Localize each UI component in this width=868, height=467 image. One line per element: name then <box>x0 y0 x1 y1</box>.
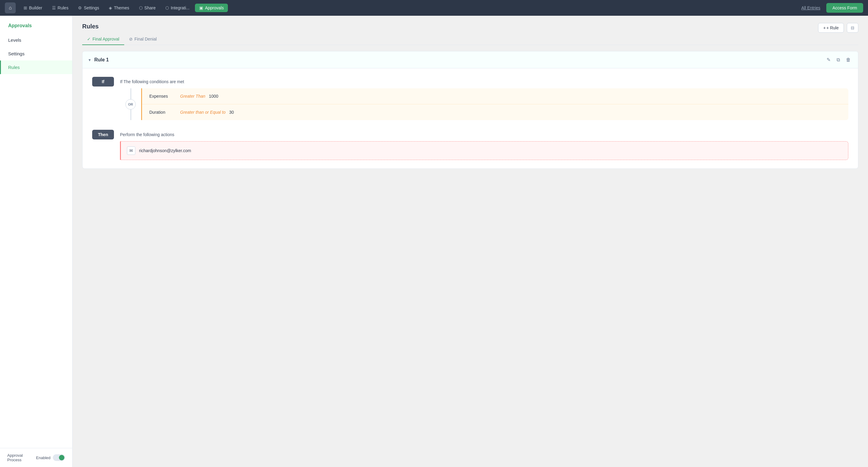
tab-final-approval[interactable]: ✓ Final Approval <box>82 34 124 45</box>
rule-title-1: Rule 1 <box>94 57 826 63</box>
approvals-icon: ▣ <box>199 5 203 10</box>
add-rule-button[interactable]: + + Rule <box>818 23 844 33</box>
condition-value-2: 30 <box>229 110 234 115</box>
rule-action-buttons: ✎ ⧉ 🗑 <box>826 56 852 64</box>
filter-icon: ⊟ <box>851 25 855 30</box>
toggle-enabled-label: Enabled <box>36 456 51 460</box>
rule-collapse-button[interactable]: ▾ <box>89 57 91 62</box>
rules-tabs: ✓ Final Approval ⊘ Final Denial <box>82 34 858 45</box>
then-label: Then <box>92 130 114 140</box>
nav-builder[interactable]: ⊞ Builder <box>19 4 46 12</box>
condition-field-1: Expenses <box>149 94 177 98</box>
nav-share[interactable]: ⬡ Share <box>135 4 160 12</box>
condition-value-1: 1000 <box>209 94 218 98</box>
rules-header: Rules + + Rule ⊟ <box>82 23 858 34</box>
themes-icon: ◈ <box>109 5 112 10</box>
condition-content: If The following conditions are met OR <box>120 77 848 120</box>
conditions-box: Expenses Greater Than 1000 Duration Grea… <box>141 88 848 120</box>
all-entries-link[interactable]: All Entries <box>801 5 820 10</box>
filter-button[interactable]: ⊟ <box>847 23 858 33</box>
nav-integrations[interactable]: ⬡ Integrati... <box>161 4 194 12</box>
toggle-dot <box>59 455 64 460</box>
rule-delete-button[interactable]: 🗑 <box>845 56 852 64</box>
if-label: If <box>92 77 114 87</box>
plus-icon: + <box>823 25 826 30</box>
then-block: Then Perform the following actions ✉ ric… <box>92 130 848 160</box>
nav-rules[interactable]: ☰ Rules <box>48 4 73 12</box>
rule-body-1: If If The following conditions are met O… <box>83 68 858 169</box>
action-content: Perform the following actions ✉ richardj… <box>120 130 848 160</box>
condition-operator-2: Greater than or Equal to <box>180 110 225 115</box>
integrations-icon: ⬡ <box>165 5 169 10</box>
nav-approvals[interactable]: ▣ Approvals <box>195 4 228 12</box>
rules-icon: ☰ <box>52 5 56 10</box>
edit-icon: ✎ <box>827 57 831 62</box>
tab-final-denial[interactable]: ⊘ Final Denial <box>124 34 162 45</box>
rule-card-1: ▾ Rule 1 ✎ ⧉ 🗑 If <box>82 51 858 169</box>
action-email-address: richardjohnson@zylker.com <box>139 148 191 153</box>
action-connector: ✉ richardjohnson@zylker.com <box>120 141 848 160</box>
condition-operator-1: Greater Than <box>180 94 205 98</box>
email-icon: ✉ <box>127 146 135 155</box>
main-layout: Approvals Levels Settings Rules Approval… <box>0 16 868 467</box>
condition-field-2: Duration <box>149 110 177 115</box>
denial-icon: ⊘ <box>129 37 133 41</box>
rules-title: Rules <box>82 23 98 30</box>
rule-header-1: ▾ Rule 1 ✎ ⧉ 🗑 <box>83 51 858 68</box>
main-content: Rules + + Rule ⊟ ✓ Final Approval ⊘ Fina… <box>72 16 868 467</box>
rule-copy-button[interactable]: ⧉ <box>835 56 841 64</box>
trash-icon: 🗑 <box>846 57 851 62</box>
rule-edit-button[interactable]: ✎ <box>826 56 832 64</box>
nav-themes[interactable]: ◈ Themes <box>104 4 133 12</box>
copy-icon: ⧉ <box>837 57 840 62</box>
top-navigation: ⌂ ⊞ Builder ☰ Rules ⚙ Settings ◈ Themes … <box>0 0 868 16</box>
approval-process-label: Approval Process <box>7 453 36 462</box>
nav-settings[interactable]: ⚙ Settings <box>74 4 103 12</box>
share-icon: ⬡ <box>139 5 143 10</box>
sidebar-footer: Approval Process Enabled <box>0 448 72 467</box>
rules-header-actions: + + Rule ⊟ <box>818 23 858 33</box>
action-item-email: ✉ richardjohnson@zylker.com <box>121 141 848 160</box>
sidebar-item-settings[interactable]: Settings <box>0 47 72 60</box>
check-circle-icon: ✓ <box>87 37 91 41</box>
chevron-down-icon: ▾ <box>89 57 91 62</box>
sidebar-item-rules[interactable]: Rules <box>0 60 72 74</box>
sidebar: Approvals Levels Settings Rules Approval… <box>0 16 72 467</box>
condition-row-2: Duration Greater than or Equal to 30 <box>142 104 848 120</box>
access-form-button[interactable]: Access Form <box>826 3 863 13</box>
settings-icon: ⚙ <box>78 5 82 10</box>
sidebar-item-levels[interactable]: Levels <box>0 33 72 47</box>
if-description: If The following conditions are met <box>120 77 848 84</box>
sidebar-item-approvals[interactable]: Approvals <box>0 18 72 33</box>
approval-process-toggle[interactable] <box>53 454 65 461</box>
builder-icon: ⊞ <box>24 5 27 10</box>
then-description: Perform the following actions <box>120 130 848 137</box>
if-block: If If The following conditions are met O… <box>92 77 848 120</box>
condition-row-1: Expenses Greater Than 1000 <box>142 88 848 104</box>
or-badge: OR <box>125 99 136 110</box>
home-button[interactable]: ⌂ <box>5 2 16 13</box>
approval-process-toggle-container: Enabled <box>36 454 65 461</box>
action-items: ✉ richardjohnson@zylker.com <box>121 141 848 160</box>
